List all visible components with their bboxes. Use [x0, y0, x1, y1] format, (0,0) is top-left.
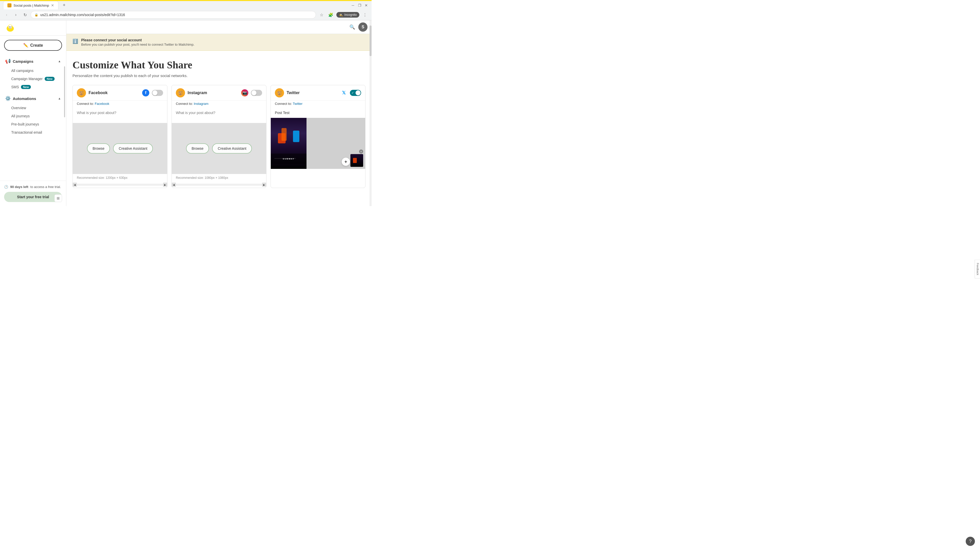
all-campaigns-label: All campaigns	[11, 68, 33, 73]
campaign-manager-badge: New	[45, 77, 55, 81]
page-subtitle: Personalize the content you publish to e…	[73, 73, 366, 78]
instagram-scroll-right[interactable]: ▶	[262, 183, 266, 187]
facebook-scroll-left[interactable]: ◀	[73, 183, 77, 187]
twitter-avatar: 🐒	[275, 88, 284, 97]
forward-button[interactable]: ›	[12, 11, 19, 18]
trial-days: 90 days left	[10, 185, 28, 189]
alert-description: Before you can publish your post, you'll…	[81, 43, 194, 46]
lock-icon: 🔒	[35, 13, 38, 17]
instagram-scroll-track[interactable]	[176, 184, 262, 186]
start-trial-button[interactable]: Start your free trial	[4, 192, 62, 202]
instagram-card-scroll: ◀ ▶	[172, 182, 266, 188]
svg-point-3	[9, 26, 10, 27]
instagram-scroll-left[interactable]: ◀	[172, 183, 176, 187]
facebook-avatar: 🐒	[77, 88, 86, 97]
facebook-card-header: 🐒 Facebook f	[73, 85, 167, 101]
twitter-connect-anchor[interactable]: Twitter	[293, 102, 302, 106]
new-tab-button[interactable]: +	[60, 2, 68, 9]
extensions-button[interactable]: 🧩	[327, 11, 334, 18]
overview-label: Overview	[11, 106, 26, 110]
sidebar-collapse-button[interactable]: ⊞	[54, 194, 62, 202]
facebook-creative-button[interactable]: Creative Assistant	[113, 143, 153, 154]
instagram-connect-link: Connect to: Instagram	[172, 101, 266, 108]
prebuilt-label: Pre-built journeys	[11, 122, 39, 126]
thumbnail-close-button[interactable]: ×	[359, 149, 363, 154]
instagram-platform-icon: 📷	[241, 89, 248, 97]
automations-label: Automations	[13, 97, 56, 101]
sidebar-item-all-campaigns[interactable]: All campaigns	[0, 67, 66, 75]
instagram-connect-anchor[interactable]: Instagram	[194, 102, 208, 106]
tab-close-button[interactable]: ✕	[51, 3, 54, 7]
sidebar-spacer	[0, 138, 66, 148]
instagram-creative-button[interactable]: Creative Assistant	[212, 143, 252, 154]
facebook-browse-button[interactable]: Browse	[87, 143, 110, 154]
tab-title: Social posts | Mailchimp	[14, 3, 49, 7]
user-avatar[interactable]: S	[358, 22, 368, 32]
twitter-connect-link: Connect to: Twitter	[271, 101, 365, 108]
twitter-toggle-check: ✓	[352, 91, 354, 95]
add-image-button[interactable]: +	[342, 158, 350, 166]
twitter-toggle[interactable]: ✓	[350, 90, 361, 96]
pencil-icon: ✏️	[23, 43, 28, 48]
main-content: 🔍 S ℹ️ Please connect your social accoun…	[66, 21, 372, 206]
svg-text:🐒: 🐒	[277, 91, 282, 95]
sidebar-item-all-journeys[interactable]: All journeys	[0, 112, 66, 120]
instagram-toggle[interactable]	[251, 90, 262, 96]
instagram-card-header: 🐒 Instagram 📷	[172, 85, 266, 101]
twitter-post-value: Post Test	[271, 108, 365, 118]
automations-header[interactable]: ⚙️ Automations ▲	[0, 93, 66, 104]
facebook-recommended-size: Recommended size: 1200px × 630px	[73, 174, 167, 182]
facebook-platform-icon: f	[142, 89, 149, 97]
create-button[interactable]: ✏️ Create	[4, 40, 62, 51]
facebook-name: Facebook	[89, 91, 140, 95]
create-label: Create	[30, 43, 43, 48]
sms-row: SMS New	[11, 85, 61, 89]
automations-section: ⚙️ Automations ▲ Overview All journeys P…	[0, 92, 66, 138]
thumbnail-image	[350, 154, 363, 167]
twitter-card: 🐒 Twitter 𝕏 ✓ Connect to: Twitter Post	[270, 85, 366, 188]
instagram-post-input[interactable]	[172, 108, 266, 122]
sms-badge: New	[21, 85, 31, 89]
sidebar-item-campaign-manager[interactable]: Campaign Manager New	[0, 75, 66, 83]
address-bar[interactable]: 🔒 us21.admin.mailchimp.com/social-posts/…	[30, 11, 316, 19]
tab-favicon: 🐒	[7, 3, 11, 7]
campaigns-header[interactable]: 📢 Campaigns ▲	[0, 56, 66, 67]
sidebar-item-overview[interactable]: Overview	[0, 104, 66, 112]
facebook-toggle[interactable]	[152, 90, 163, 96]
facebook-post-input[interactable]	[73, 108, 167, 122]
back-button[interactable]: ‹	[3, 11, 10, 18]
minimize-button[interactable]: ─	[351, 3, 355, 8]
campaigns-arrow: ▲	[58, 59, 61, 63]
twitter-platform-icon: 𝕏	[340, 89, 347, 97]
instagram-browse-button[interactable]: Browse	[186, 143, 209, 154]
facebook-card-scroll: ◀ ▶	[73, 182, 167, 188]
sidebar-item-prebuilt[interactable]: Pre-built journeys	[0, 120, 66, 128]
close-button[interactable]: ✕	[364, 3, 369, 8]
sidebar-item-transactional[interactable]: Transactional email	[0, 128, 66, 137]
tab-bar: 🐒 Social posts | Mailchimp ✕ + ─ ❐ ✕	[0, 1, 372, 10]
twitter-card-right: + ×	[307, 118, 365, 169]
facebook-card-body: Browse Creative Assistant	[73, 123, 167, 174]
menu-button[interactable]: ⋮	[361, 11, 369, 18]
campaign-manager-row: Campaign Manager New	[11, 77, 61, 81]
sidebar-scrollbar[interactable]	[64, 66, 65, 118]
instagram-card: 🐒 Instagram 📷 Connect to: Instagram Brow…	[172, 85, 266, 188]
twitter-card-body: SUBWAY + ×	[271, 118, 365, 169]
trial-info: 🕐 90 days left to access a free trial.	[4, 185, 62, 189]
campaigns-label: Campaigns	[13, 59, 56, 64]
facebook-scroll-track[interactable]	[77, 184, 163, 186]
refresh-button[interactable]: ↻	[21, 11, 29, 18]
automations-icon: ⚙️	[5, 96, 11, 101]
collapse-icon: ⊞	[57, 196, 60, 200]
active-tab[interactable]: 🐒 Social posts | Mailchimp ✕	[3, 1, 59, 10]
incognito-label: Incognito	[344, 13, 357, 17]
sidebar-item-sms[interactable]: SMS New	[0, 83, 66, 91]
browser-chrome: 🐒 Social posts | Mailchimp ✕ + ─ ❐ ✕ ‹ ›…	[0, 0, 372, 21]
facebook-scroll-right[interactable]: ▶	[163, 183, 167, 187]
star-button[interactable]: ☆	[318, 11, 325, 18]
alert-banner: ℹ️ Please connect your social account Be…	[66, 34, 372, 51]
search-button[interactable]: 🔍	[348, 23, 356, 31]
facebook-connect-anchor[interactable]: Facebook	[95, 102, 109, 106]
restore-button[interactable]: ❐	[357, 3, 362, 8]
main-scrollbar[interactable]	[369, 21, 372, 206]
